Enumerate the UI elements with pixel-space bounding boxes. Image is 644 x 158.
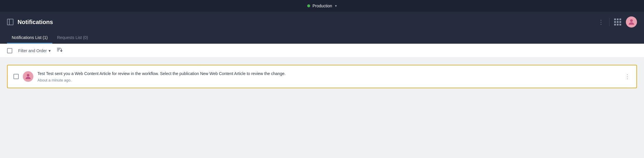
notification-card: Test Test sent you a Web Content Article… (7, 65, 637, 88)
select-all-checkbox[interactable] (7, 48, 12, 53)
grid-dot (617, 24, 619, 26)
svg-point-0 (630, 19, 633, 22)
notification-actions-icon[interactable]: ⋮ (624, 73, 631, 80)
grid-dot (614, 18, 616, 20)
env-status-dot (307, 4, 310, 7)
env-chevron-icon: ▾ (335, 4, 337, 8)
notification-content: Test Test sent you a Web Content Article… (37, 71, 620, 82)
content-area: Test Test sent you a Web Content Article… (0, 58, 644, 146)
grid-dot (619, 18, 621, 20)
tab-requests-list[interactable]: Requests List (0) (52, 32, 93, 44)
notification-time: About a minute ago. (37, 78, 620, 82)
header-right: ⋮ (598, 16, 637, 28)
grid-dot (617, 21, 619, 23)
filter-and-order-button[interactable]: Filter and Order ▾ (16, 47, 53, 54)
notification-sender-avatar (23, 71, 33, 82)
more-options-icon[interactable]: ⋮ (598, 18, 604, 26)
notification-checkbox[interactable] (13, 74, 19, 79)
tab-notifications-list[interactable]: Notifications List (1) (7, 32, 52, 44)
sidebar-toggle-icon[interactable] (7, 19, 13, 25)
toolbar: Filter and Order ▾ (0, 44, 644, 58)
page-title: Notifications (18, 19, 53, 26)
user-avatar[interactable] (626, 16, 637, 28)
grid-dot (614, 24, 616, 26)
sort-icon[interactable] (56, 47, 63, 55)
tabs-bar: Notifications List (1) Requests List (0) (0, 32, 644, 44)
grid-dot (614, 21, 616, 23)
env-selector[interactable]: Production ▾ (307, 4, 337, 8)
grid-dot (619, 24, 621, 26)
filter-chevron-icon: ▾ (49, 48, 51, 53)
filter-label: Filter and Order (18, 48, 47, 53)
notification-text: Test Test sent you a Web Content Article… (37, 71, 620, 77)
top-bar: Production ▾ (0, 0, 644, 12)
grid-dot (619, 21, 621, 23)
header-divider (609, 18, 609, 26)
env-label: Production (312, 4, 332, 8)
grid-dot (617, 18, 619, 20)
header-bar: Notifications ⋮ (0, 12, 644, 32)
header-left: Notifications (7, 19, 53, 26)
svg-point-5 (27, 74, 30, 77)
apps-grid-icon[interactable] (614, 18, 621, 26)
